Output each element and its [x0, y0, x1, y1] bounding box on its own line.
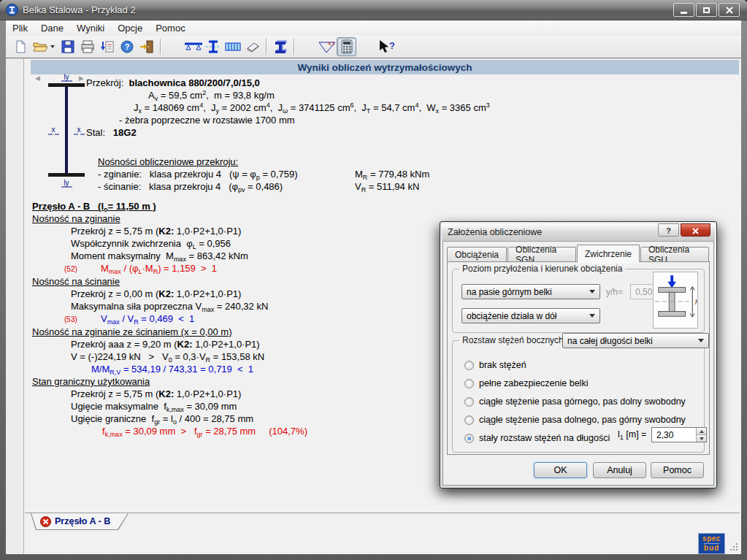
radio-stezenie-pasa-dolnego[interactable]: ciągłe stężenie pasa dolnego, pas górny …: [464, 414, 686, 426]
erase-button[interactable]: [242, 37, 262, 56]
radio-icon: [464, 397, 474, 407]
menu-opcje[interactable]: Opcje: [111, 21, 149, 35]
loads-button[interactable]: [223, 37, 242, 56]
context-help-pointer-icon: ?: [377, 39, 394, 54]
span-title: Przęsło A - B (lo= 11,50 m ): [32, 200, 737, 212]
app-icon: [6, 4, 18, 16]
cross-section-icon: [206, 39, 221, 54]
tab-obliczenia-sgn[interactable]: Obliczenia SGN: [507, 247, 576, 262]
specbud-logo: spec bud: [698, 533, 725, 554]
context-help-button[interactable]: ?: [375, 37, 395, 56]
open-dropdown-caret[interactable]: [50, 45, 55, 48]
ok-button[interactable]: OK: [534, 462, 587, 478]
menu-pomoc[interactable]: Pomoc: [149, 21, 191, 35]
beam-scheme-icon: [184, 41, 202, 53]
error-icon: [40, 516, 51, 527]
menu-dane[interactable]: Dane: [34, 21, 70, 35]
calculator-icon: [341, 39, 353, 54]
save-button[interactable]: [58, 37, 77, 56]
bracing-range-dropdown[interactable]: na całej długości belki: [562, 333, 709, 348]
yh-label: y/h=: [606, 287, 623, 297]
print-button[interactable]: [77, 37, 97, 56]
spacing-spinner[interactable]: 2,30: [651, 427, 707, 442]
tab-zwichrzenie[interactable]: Zwichrzenie: [577, 245, 640, 262]
tab-page-zwichrzenie: Poziom przyłożenia i kierunek obciążenia…: [447, 261, 710, 455]
export-report-button[interactable]: [97, 37, 117, 56]
tab-obciazenia[interactable]: Obciążenia: [447, 247, 507, 262]
radio-stezenie-pasa-gornego[interactable]: ciągłe stężenie pasa górnego, pas dolny …: [464, 396, 686, 407]
new-document-button[interactable]: [10, 37, 30, 56]
menu-plik[interactable]: Plik: [6, 21, 34, 35]
toolbar-separator: [160, 39, 161, 55]
dialog-buttons: OK Anuluj Pomoc: [443, 462, 713, 478]
properties-line: Av = 59,5 cm2, m = 93,8 kg/m: [148, 89, 737, 101]
dialog-tabs: Obciążenia Obliczenia SGN Zwichrzenie Ob…: [447, 246, 710, 262]
load-direction-dropdown[interactable]: obciążenie działa w dół: [461, 308, 600, 323]
calculator-button[interactable]: [337, 37, 356, 56]
results-diagram-button[interactable]: 4,1: [317, 37, 337, 56]
minimize-icon: [681, 12, 687, 14]
new-document-icon: [13, 39, 28, 54]
load-position-dropdown[interactable]: na pasie górnym belki: [461, 284, 600, 299]
load-position-picture: h: [653, 272, 698, 329]
spin-up-icon: [697, 428, 706, 434]
dialog-close-button[interactable]: [681, 223, 710, 237]
dialog-titlebar[interactable]: Założenia obliczeniowe ?: [442, 223, 715, 241]
chevron-down-icon: [589, 290, 595, 294]
load-position-group: Poziom przyłożenia i kierunek obciążenia…: [452, 269, 705, 333]
ribs-line: - żebra poprzeczne w rozstawie 1700 mm: [119, 114, 737, 126]
minimize-button[interactable]: [673, 3, 694, 17]
resize-grip[interactable]: [729, 542, 739, 552]
svg-text:?: ?: [124, 42, 129, 51]
sheet-tab-przeslo-a-b[interactable]: Przęsło A - B: [31, 513, 128, 529]
export-report-icon: [100, 40, 115, 53]
menu-bar: Plik Dane Wyniki Opcje Pomoc: [6, 20, 741, 36]
application-window: Belka Stalowa - Przykład 2 Plik Dane Wyn…: [0, 0, 747, 560]
menu-wyniki[interactable]: Wyniki: [70, 21, 111, 35]
left-gutter: [6, 58, 24, 554]
dialog-title: Założenia obliczeniowe: [442, 227, 658, 237]
dialog-zalozenia-obliczeniowe: Założenia obliczeniowe ? Obciążenia Obli…: [440, 221, 717, 488]
load-position-legend: Poziom przyłożenia i kierunek obciążenia: [459, 264, 625, 274]
radio-icon: [464, 434, 474, 443]
chevron-down-icon: [589, 314, 595, 318]
help-button-dialog[interactable]: Pomoc: [651, 462, 704, 478]
dialog-body: Obciążenia Obliczenia SGN Zwichrzenie Ob…: [443, 241, 714, 486]
toolbar: ?: [6, 36, 741, 58]
window-titlebar[interactable]: Belka Stalowa - Przykład 2: [0, 0, 747, 20]
capacities-title: Nośności obliczeniowe przekroju:: [98, 156, 737, 168]
close-button[interactable]: [719, 3, 740, 17]
radio-icon: [464, 361, 474, 370]
steel-line: Stal: 18G2: [86, 126, 737, 139]
radio-icon: [464, 415, 474, 425]
steel-section-button[interactable]: [270, 37, 290, 56]
radio-staly-rozstaw[interactable]: stały rozstaw stężeń na długości: [464, 432, 610, 444]
help-icon: ?: [120, 40, 134, 53]
loads-icon: [225, 42, 241, 52]
toolbar-separator: [266, 39, 267, 55]
capacity-row: - ścinanie: klasa przekroju 4 (φpv = 0,4…: [98, 180, 737, 193]
close-icon: [692, 228, 699, 234]
properties-line: Jx = 148069 cm4, Jy = 2002 cm4, Jω = 374…: [134, 101, 737, 114]
window-title: Belka Stalowa - Przykład 2: [23, 4, 673, 15]
exit-button[interactable]: [137, 37, 156, 56]
open-button[interactable]: [30, 37, 50, 56]
spin-down-icon: [697, 434, 706, 442]
results-header: Wyniki obliczeń wytrzymałościowych: [31, 60, 739, 74]
toolbar-separator: [294, 39, 294, 55]
cancel-button[interactable]: Anuluj: [593, 462, 646, 478]
beam-scheme-button[interactable]: [183, 37, 203, 56]
cross-section-button[interactable]: [203, 37, 223, 56]
radio-icon: [464, 379, 474, 388]
radio-pelne-zabezpieczenie[interactable]: pełne zabezpieczenie belki: [464, 377, 588, 389]
close-icon: [726, 7, 733, 14]
print-icon: [80, 40, 95, 53]
open-folder-icon: [32, 40, 48, 53]
dialog-help-button[interactable]: ?: [658, 223, 679, 237]
bracing-legend: Rozstaw stężeń bocznych: [459, 335, 567, 345]
maximize-button[interactable]: [696, 3, 717, 17]
help-button[interactable]: ?: [117, 37, 137, 56]
svg-text:4,1: 4,1: [328, 41, 335, 46]
radio-brak-stezen[interactable]: brak stężeń: [464, 359, 526, 371]
tab-obliczenia-sgu[interactable]: Obliczenia SGU: [640, 247, 709, 262]
